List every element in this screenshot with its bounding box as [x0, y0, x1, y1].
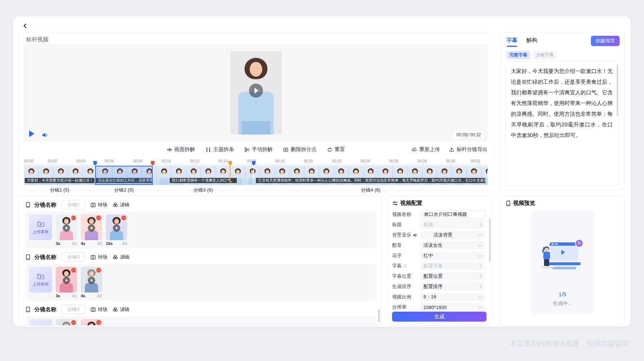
playhead-pin[interactable] [228, 161, 232, 166]
filmstrip-frame[interactable] [363, 166, 378, 185]
split-marker-pin-red[interactable] [151, 161, 155, 166]
toolbar-button-画面拆解[interactable]: 画面拆解 [167, 145, 195, 154]
clip-remove-badge[interactable] [96, 268, 101, 273]
config-input-视频名称[interactable]: 漱口水介绍口播视频 [420, 210, 485, 219]
clip-play-icon[interactable] [88, 277, 95, 284]
clip-thumbnail[interactable] [56, 267, 77, 292]
clip-play-icon[interactable] [63, 277, 70, 284]
filmstrip[interactable] [24, 166, 488, 185]
clip-remove-badge[interactable] [71, 215, 76, 220]
shots-scrollbar[interactable] [378, 309, 380, 322]
toolbar-button-删除拆分点[interactable]: 删除拆分点 [283, 145, 316, 154]
segment-label[interactable]: 分镜1 (5) [24, 187, 95, 193]
clip-item[interactable]: 4sA2 [81, 214, 102, 246]
generate-button[interactable]: 生成 [392, 312, 487, 322]
filmstrip-frame[interactable] [216, 166, 231, 185]
upload-material-tile[interactable]: 上传素材 [29, 214, 52, 240]
filmstrip-frame[interactable] [408, 166, 422, 185]
config-select-视频比例[interactable]: 9：16 [420, 292, 485, 301]
transition-button[interactable]: 转场 [90, 201, 107, 208]
upload-material-tile[interactable]: 上传素材 [29, 319, 52, 326]
clip-thumbnail[interactable] [56, 319, 77, 326]
shot-name-input[interactable]: 分镜3 [62, 252, 85, 262]
clip-remove-badge[interactable] [71, 268, 76, 273]
filmstrip-frame[interactable] [201, 166, 216, 185]
clip-thumbnail[interactable] [81, 267, 102, 292]
video-player[interactable]: 00:05/ 00:32 [24, 44, 488, 141]
shooting-guide-button[interactable]: 拍摄指导 [591, 36, 620, 46]
toolbar-button-重置[interactable]: 重置 [327, 145, 345, 154]
filmstrip-frame[interactable] [231, 166, 245, 185]
split-marker-pin-blue[interactable] [93, 161, 97, 166]
filmstrip-frame[interactable] [452, 166, 467, 185]
clip-item[interactable]: 3sA1 [56, 267, 77, 298]
filmstrip-frame[interactable] [39, 166, 53, 185]
clip-remove-badge[interactable] [121, 215, 126, 220]
clip-item[interactable]: 3sA1 [56, 214, 77, 246]
tab-subtitle[interactable]: 字幕 [506, 37, 517, 47]
filmstrip-frame[interactable] [260, 166, 275, 185]
player-play-button[interactable] [29, 130, 34, 137]
shot-name-input[interactable]: 分镜3 [62, 305, 85, 314]
toolbar-button-标杆分镜导出[interactable]: 标杆分镜导出 [449, 145, 488, 154]
playhead[interactable] [230, 163, 231, 185]
filmstrip-frame[interactable] [349, 166, 363, 185]
filmstrip-frame[interactable] [304, 166, 319, 185]
pill-shot-subtitle[interactable]: 分镜字幕 [533, 51, 557, 59]
upload-material-tile[interactable]: 上传素材 [29, 267, 52, 292]
config-select-配音[interactable]: 活泼女生 [420, 241, 485, 250]
transition-button[interactable]: 转场 [90, 254, 107, 260]
config-select-生成排序[interactable]: 配置排序 [420, 282, 485, 291]
selected-segment-box[interactable] [95, 166, 153, 185]
config-select-分辨率[interactable]: 1080*1920 [420, 303, 485, 312]
filmstrip-frame[interactable] [290, 166, 304, 185]
filter-button[interactable]: 滤镜 [112, 306, 129, 313]
config-select-背景音乐[interactable]: 活泼背景 [420, 231, 485, 239]
filmstrip-frame[interactable] [53, 166, 68, 185]
transition-button[interactable]: 转场 [90, 306, 107, 313]
toolbar-button-重新上传[interactable]: 重新上传 [411, 145, 440, 154]
filmstrip-frame[interactable] [245, 166, 260, 185]
filmstrip-frame[interactable] [186, 166, 201, 185]
clip-item[interactable] [81, 319, 102, 326]
config-select-字幕[interactable]: 配置字幕 [420, 262, 485, 270]
clip-thumbnail[interactable] [106, 214, 127, 240]
filmstrip-frame[interactable] [319, 166, 334, 185]
filmstrip-frame[interactable] [24, 166, 39, 185]
filmstrip-frame[interactable] [393, 166, 408, 185]
clip-item[interactable]: 10sA3 [106, 214, 127, 246]
filter-button[interactable]: 滤镜 [112, 254, 129, 260]
segment-label[interactable]: 分镜4 (6) [254, 187, 488, 193]
clip-thumbnail[interactable] [81, 319, 102, 326]
split-marker-pin-blue[interactable] [252, 161, 256, 166]
volume-icon[interactable] [42, 132, 49, 138]
filmstrip-frame[interactable] [157, 166, 172, 185]
filmstrip-frame[interactable] [68, 166, 83, 185]
segment-label[interactable]: 分镜3 (6) [153, 187, 254, 193]
filter-button[interactable]: 滤镜 [112, 201, 129, 208]
play-overlay-button[interactable] [249, 84, 263, 98]
shot-name-input[interactable]: 分镜2 [62, 200, 85, 210]
filmstrip-frame[interactable] [467, 166, 481, 185]
clip-remove-badge[interactable] [96, 320, 101, 325]
clip-play-icon[interactable] [113, 224, 120, 232]
clip-remove-badge[interactable] [96, 215, 101, 220]
clip-play-icon[interactable] [88, 224, 95, 232]
filmstrip-frame[interactable] [422, 166, 437, 185]
clip-thumbnail[interactable] [56, 214, 77, 240]
segment-label[interactable]: 分镜2 (5) [95, 187, 153, 193]
config-select-标题[interactable]: 标题 [420, 220, 485, 229]
filmstrip-frame[interactable] [437, 166, 452, 185]
filmstrip-frame[interactable] [481, 166, 488, 185]
toolbar-button-手动拆解[interactable]: 手动拆解 [244, 145, 273, 154]
clip-item[interactable] [56, 319, 77, 326]
config-scrollbar[interactable] [489, 218, 491, 262]
pill-full-subtitle[interactable]: 完整字幕 [506, 51, 530, 59]
filmstrip-frame[interactable] [275, 166, 290, 185]
toolbar-button-主题拆条[interactable]: ][主题拆条 [205, 145, 234, 154]
clip-item[interactable]: 4sA2 [81, 267, 102, 298]
clip-play-icon[interactable] [63, 224, 70, 232]
filmstrip-frame[interactable] [378, 166, 393, 185]
clip-remove-badge[interactable] [71, 320, 76, 325]
config-select-字幕位置[interactable]: 配置位置 [420, 272, 485, 281]
